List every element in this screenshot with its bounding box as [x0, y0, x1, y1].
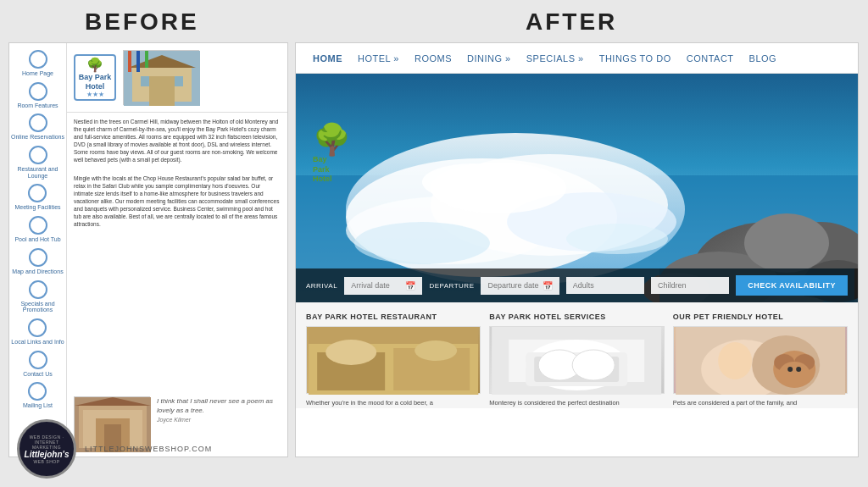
- hero-logo: 🌳 BayParkHotel: [313, 125, 351, 185]
- svg-point-23: [422, 163, 524, 201]
- website-url: LITTLEJOHNSWEBSHOP.COM: [85, 445, 212, 453]
- nav-item-things[interactable]: THINGS TO DO: [599, 53, 671, 64]
- bottom-branding: WEB DESIGN · INTERNET MARKETING Littlejo…: [17, 419, 212, 479]
- column-services: BAY PARK HOTEL SERVICES Monterey is cons…: [489, 313, 664, 408]
- hero-logo-tree-icon: 🌳: [313, 125, 351, 155]
- adults-input-wrapper: [566, 277, 644, 294]
- sidebar-item-pool[interactable]: Pool and Hot Tub: [14, 216, 60, 243]
- col-text-restaurant: Whether you're in the mood for a cold be…: [306, 399, 481, 408]
- svg-point-45: [572, 350, 615, 380]
- col-text-pets: Pets are considered a part of the family…: [673, 399, 848, 408]
- before-sidebar: Home Page Room Features Online Reservati…: [9, 43, 67, 457]
- svg-point-32: [566, 224, 668, 254]
- before-label: BEFORE: [85, 8, 199, 36]
- svg-rect-6: [128, 51, 131, 72]
- sidebar-label-pool: Pool and Hot Tub: [14, 236, 60, 243]
- nav-item-blog[interactable]: BLOG: [749, 53, 777, 64]
- svg-rect-7: [136, 51, 140, 72]
- svg-rect-8: [145, 51, 148, 68]
- sidebar-label-specials: Specials and Promotions: [9, 301, 66, 313]
- sidebar-label-rooms: Room Features: [17, 102, 58, 109]
- adults-input[interactable]: [573, 281, 637, 290]
- departure-input-wrapper: 📅: [481, 277, 559, 295]
- sidebar-circle: [29, 50, 47, 69]
- column-pets: OUR PET FRIENDLY HOTEL: [673, 313, 848, 408]
- col-title-pets: OUR PET FRIENDLY HOTEL: [673, 313, 848, 321]
- sidebar-item-links[interactable]: Local Links and Info: [11, 318, 64, 346]
- svg-point-37: [326, 340, 376, 365]
- before-content-text2: Mingle with the locals at the Chop House…: [67, 169, 287, 234]
- before-hotel-image: [123, 50, 199, 105]
- sidebar-label-restaurant: Restaurant and Lounge: [9, 166, 66, 179]
- col-title-restaurant: BAY PARK HOTEL RESTAURANT: [306, 313, 481, 321]
- sidebar-item-rooms[interactable]: Room Features: [17, 82, 58, 109]
- departure-label: DEPARTURE: [429, 282, 474, 290]
- before-content-text: Nestled in the trees on Carmel Hill, mid…: [67, 113, 287, 169]
- sidebar-circle: [28, 318, 47, 337]
- children-input-wrapper: [651, 277, 729, 294]
- svg-point-55: [796, 367, 801, 372]
- after-panel: HOME HOTEL » ROOMS DINING » SPECIALS » T…: [295, 42, 859, 457]
- svg-rect-5: [175, 76, 183, 86]
- check-availability-button[interactable]: CHECK AVAILABILITY: [736, 275, 848, 296]
- brand-main-text: Littlejohn's: [25, 450, 70, 459]
- sidebar-item-reservations[interactable]: Online Reservations: [11, 113, 64, 141]
- svg-point-31: [354, 222, 490, 264]
- nav-item-home[interactable]: HOME: [313, 53, 342, 64]
- sidebar-label-meeting: Meeting Facilities: [14, 204, 60, 211]
- svg-point-27: [744, 213, 829, 273]
- sidebar-label-home: Home Page: [22, 70, 53, 77]
- brand-top-text: WEB DESIGN · INTERNET MARKETING: [19, 434, 74, 450]
- arrival-input-wrapper: 📅: [344, 277, 422, 295]
- nav-item-contact[interactable]: CONTACT: [687, 53, 734, 64]
- sidebar-label-mailing: Mailing List: [23, 402, 53, 409]
- nav-item-specials[interactable]: SPECIALS »: [526, 53, 584, 64]
- sidebar-item-contact[interactable]: Contact Us: [23, 351, 53, 378]
- svg-point-54: [787, 367, 793, 372]
- before-main-content: 🌳 Bay Park Hotel ★★★ Ne: [67, 43, 287, 457]
- col-image-pets: [673, 326, 848, 394]
- before-panel: Home Page Room Features Online Reservati…: [8, 42, 288, 457]
- svg-point-49: [718, 342, 752, 379]
- sidebar-item-restaurant[interactable]: Restaurant and Lounge: [9, 146, 66, 179]
- nav-item-dining[interactable]: DINING »: [467, 53, 511, 64]
- hero-logo-text: BayParkHotel: [313, 155, 351, 185]
- sidebar-label-links: Local Links and Info: [11, 339, 64, 346]
- sidebar-circle: [29, 216, 47, 235]
- col-title-services: BAY PARK HOTEL SERVICES: [489, 313, 664, 321]
- before-header: 🌳 Bay Park Hotel ★★★: [67, 43, 287, 113]
- sidebar-circle: [29, 280, 47, 299]
- nav-item-hotel[interactable]: HOTEL »: [358, 53, 399, 64]
- nav-item-rooms[interactable]: ROOMS: [415, 53, 452, 64]
- brand-logo-circle: WEB DESIGN · INTERNET MARKETING Littlejo…: [17, 419, 76, 479]
- sidebar-label-map: Map and Directions: [12, 268, 63, 275]
- before-logo-text: Bay Park Hotel: [75, 73, 114, 91]
- sidebar-circle: [29, 351, 47, 369]
- col-image-services: [489, 326, 664, 394]
- arrival-input[interactable]: [351, 281, 402, 290]
- children-input[interactable]: [658, 281, 722, 290]
- sidebar-item-home[interactable]: Home Page: [22, 50, 53, 77]
- booking-bar: ARRIVAL 📅 DEPARTURE 📅 CHECK AVAILABILITY: [296, 268, 858, 302]
- svg-point-38: [415, 340, 457, 361]
- sidebar-item-mailing[interactable]: Mailing List: [23, 382, 53, 409]
- col-text-services: Monterey is considered the perfect desti…: [489, 399, 664, 408]
- sidebar-circle: [29, 248, 47, 267]
- sidebar-label-contact: Contact Us: [23, 371, 53, 378]
- svg-rect-4: [141, 76, 149, 86]
- before-logo: 🌳 Bay Park Hotel ★★★: [74, 54, 116, 101]
- sidebar-item-specials[interactable]: Specials and Promotions: [9, 280, 66, 313]
- sidebar-circle: [29, 146, 47, 164]
- column-restaurant: BAY PARK HOTEL RESTAURANT Whether you're…: [306, 313, 481, 408]
- after-label: AFTER: [526, 8, 617, 36]
- sidebar-item-map[interactable]: Map and Directions: [12, 248, 63, 275]
- svg-rect-2: [149, 76, 175, 106]
- col-image-restaurant: [306, 326, 481, 394]
- calendar-icon-arrival: 📅: [405, 281, 415, 291]
- brand-sub-text: WEB SHOP: [34, 459, 60, 464]
- sidebar-circle: [28, 382, 47, 401]
- sidebar-item-meeting[interactable]: Meeting Facilities: [14, 184, 60, 211]
- departure-input[interactable]: [487, 281, 538, 290]
- sidebar-label-reservations: Online Reservations: [11, 134, 64, 141]
- after-nav: HOME HOTEL » ROOMS DINING » SPECIALS » T…: [296, 43, 858, 74]
